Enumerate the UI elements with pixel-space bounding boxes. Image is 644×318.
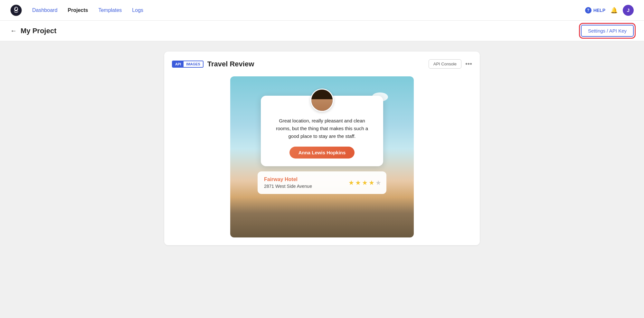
page-title: My Project bbox=[21, 27, 56, 35]
star-5: ★ bbox=[375, 179, 381, 187]
api-console-button[interactable]: API Console bbox=[429, 59, 461, 69]
bell-icon[interactable]: 🔔 bbox=[611, 7, 618, 14]
badge-api: API bbox=[173, 61, 184, 67]
preview-image: Great location, really pleasant and clea… bbox=[230, 76, 414, 237]
hotel-card: Fairway Hotel 2871 West Side Avenue ★ ★ … bbox=[258, 171, 386, 194]
svg-point-2 bbox=[15, 7, 17, 10]
badge-group: API IMAGES bbox=[172, 61, 204, 68]
star-2: ★ bbox=[355, 179, 361, 187]
card-header: API IMAGES Travel Review API Console ••• bbox=[172, 59, 472, 69]
nav-projects[interactable]: Projects bbox=[68, 7, 88, 13]
badge-images: IMAGES bbox=[184, 61, 203, 67]
help-icon: ? bbox=[585, 7, 592, 14]
preview-container: Great location, really pleasant and clea… bbox=[172, 76, 472, 237]
logo bbox=[10, 5, 22, 16]
navbar-right: ? HELP 🔔 J bbox=[585, 5, 634, 16]
card-header-left: API IMAGES Travel Review bbox=[172, 60, 254, 68]
back-arrow-icon[interactable]: ← bbox=[10, 27, 17, 34]
star-3: ★ bbox=[362, 179, 368, 187]
svg-point-3 bbox=[15, 8, 16, 8]
main-content: API IMAGES Travel Review API Console ••• bbox=[0, 41, 644, 318]
card-title: Travel Review bbox=[207, 60, 254, 68]
nav-templates[interactable]: Templates bbox=[98, 7, 122, 13]
nav-dashboard[interactable]: Dashboard bbox=[32, 7, 57, 13]
hotel-rating: ★ ★ ★ ★ ★ bbox=[348, 179, 381, 187]
reviewer-avatar bbox=[310, 89, 334, 112]
help-label: HELP bbox=[593, 8, 605, 13]
nav-links: Dashboard Projects Templates Logs bbox=[32, 7, 585, 13]
review-text: Great location, really pleasant and clea… bbox=[272, 117, 372, 140]
project-card: API IMAGES Travel Review API Console ••• bbox=[164, 52, 480, 245]
page-header: ← My Project Settings / API Key bbox=[0, 21, 644, 41]
more-options-button[interactable]: ••• bbox=[465, 60, 472, 68]
navbar: Dashboard Projects Templates Logs ? HELP… bbox=[0, 0, 644, 21]
user-avatar[interactable]: J bbox=[623, 5, 634, 16]
reviewer-avatar-wrapper bbox=[272, 89, 372, 112]
nav-logs[interactable]: Logs bbox=[132, 7, 143, 13]
background-scene: Great location, really pleasant and clea… bbox=[230, 76, 414, 237]
review-card: Great location, really pleasant and clea… bbox=[261, 96, 383, 166]
settings-api-key-button[interactable]: Settings / API Key bbox=[581, 25, 634, 37]
avatar-face bbox=[311, 90, 333, 111]
star-1: ★ bbox=[348, 179, 354, 187]
avatar-hair bbox=[311, 90, 333, 99]
help-button[interactable]: ? HELP bbox=[585, 7, 605, 14]
reviewer-name-button[interactable]: Anna Lewis Hopkins bbox=[289, 147, 355, 159]
card-header-right: API Console ••• bbox=[429, 59, 472, 69]
star-4: ★ bbox=[369, 179, 374, 187]
back-title: ← My Project bbox=[10, 27, 56, 35]
